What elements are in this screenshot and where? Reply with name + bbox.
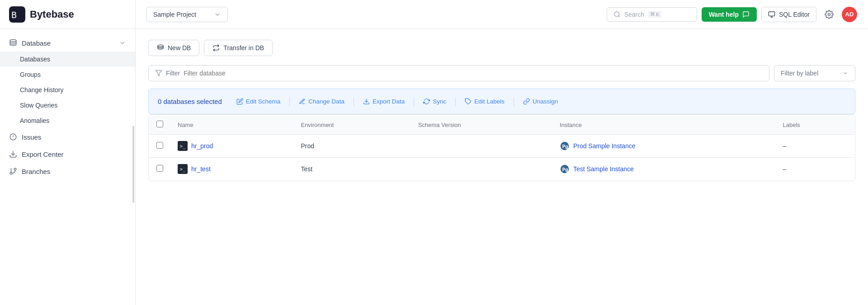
env-test-label: Test bbox=[301, 165, 312, 173]
row-instance-cell: Pg Prod Sample Instance bbox=[552, 135, 776, 158]
sidebar-item-issues[interactable]: Issues bbox=[0, 128, 135, 145]
svg-point-15 bbox=[828, 13, 830, 15]
database-icon bbox=[9, 39, 17, 47]
db-terminal-icon: >_ bbox=[178, 141, 188, 151]
unassign-button[interactable]: Unassign bbox=[518, 95, 563, 108]
sync-label: Sync bbox=[433, 98, 446, 105]
sidebar-item-change-history-label: Change History bbox=[20, 86, 64, 94]
row-checkbox-hr-prod[interactable] bbox=[156, 142, 163, 149]
col-name: Name bbox=[170, 115, 293, 135]
bytebase-logo-icon: B bbox=[9, 6, 25, 23]
chat-icon bbox=[742, 11, 750, 18]
sidebar-item-groups[interactable]: Groups bbox=[0, 67, 135, 82]
instance-label-2[interactable]: Test Sample Instance bbox=[573, 165, 634, 173]
row-env-cell-2: Test bbox=[293, 158, 410, 181]
filter-label-placeholder: Filter by label bbox=[781, 70, 839, 77]
issues-icon bbox=[9, 133, 17, 141]
gear-icon bbox=[825, 10, 834, 19]
svg-point-9 bbox=[10, 172, 12, 174]
sidebar-item-anomalies[interactable]: Anomalies bbox=[0, 113, 135, 128]
sql-editor-button[interactable]: SQL Editor bbox=[761, 7, 816, 22]
user-avatar[interactable]: AD bbox=[842, 7, 857, 22]
instance-hr-prod: Pg Prod Sample Instance bbox=[560, 141, 769, 151]
logo-area: B Bytebase bbox=[0, 0, 135, 29]
table-header-row: Name Environment Schema Version Instance bbox=[149, 115, 855, 135]
logo-text: Bytebase bbox=[30, 9, 74, 20]
svg-text:Pg: Pg bbox=[562, 167, 568, 173]
transfer-icon bbox=[212, 44, 220, 52]
sidebar-item-slow-queries[interactable]: Slow Queries bbox=[0, 98, 135, 113]
filter-icon bbox=[155, 70, 162, 77]
edit-schema-label: Edit Schema bbox=[246, 98, 281, 105]
table-row: >_ hr_prod Prod bbox=[149, 135, 855, 158]
search-box[interactable]: Search ⌘ K bbox=[607, 7, 697, 22]
sidebar-group-database[interactable]: Database bbox=[0, 34, 135, 52]
selection-actions: Edit Schema Change Data bbox=[231, 95, 564, 108]
export-data-label: Export Data bbox=[373, 98, 405, 105]
edit-schema-button[interactable]: Edit Schema bbox=[231, 95, 286, 108]
action-divider-5 bbox=[514, 97, 514, 106]
database-table-wrapper: Name Environment Schema Version Instance bbox=[148, 114, 855, 181]
svg-line-11 bbox=[618, 16, 620, 17]
filter-input-wrapper[interactable]: Filter bbox=[148, 65, 769, 81]
sidebar-item-change-history[interactable]: Change History bbox=[0, 82, 135, 98]
filter-by-label-select[interactable]: Filter by label bbox=[774, 65, 855, 81]
row-schema-cell bbox=[411, 135, 552, 158]
sql-editor-label: SQL Editor bbox=[779, 11, 810, 18]
row-name-cell: >_ hr_prod bbox=[170, 135, 293, 158]
row-labels-cell-2: – bbox=[776, 158, 855, 181]
change-data-button[interactable]: Change Data bbox=[293, 95, 350, 108]
instance-label[interactable]: Prod Sample Instance bbox=[573, 142, 636, 150]
sidebar-item-export-center[interactable]: Export Center bbox=[0, 145, 135, 163]
database-table: Name Environment Schema Version Instance bbox=[149, 115, 855, 181]
col-instance: Instance bbox=[552, 115, 776, 135]
postgres-icon-2: Pg bbox=[560, 164, 570, 174]
sidebar-item-issues-label: Issues bbox=[22, 133, 41, 141]
row-schema-cell-2 bbox=[411, 158, 552, 181]
sidebar-navigation: Database Databases Groups Change History… bbox=[0, 29, 135, 305]
svg-rect-12 bbox=[769, 12, 774, 16]
svg-point-8 bbox=[14, 168, 16, 170]
branches-icon bbox=[9, 167, 17, 175]
action-divider-1 bbox=[289, 97, 290, 106]
scrollbar-thumb[interactable] bbox=[132, 126, 134, 203]
new-db-label: New DB bbox=[168, 44, 191, 52]
db-name-label-2[interactable]: hr_test bbox=[191, 165, 211, 173]
sidebar-item-databases[interactable]: Databases bbox=[0, 52, 135, 67]
want-help-button[interactable]: Want help bbox=[702, 7, 757, 22]
sync-button[interactable]: Sync bbox=[418, 95, 452, 108]
postgres-icon: Pg bbox=[560, 141, 570, 151]
edit-labels-button[interactable]: Edit Labels bbox=[459, 95, 510, 108]
settings-button[interactable] bbox=[821, 6, 837, 23]
project-selector[interactable]: Sample Project bbox=[146, 7, 228, 22]
selection-bar: 0 databases selected Edit Schema bbox=[148, 89, 855, 114]
svg-point-16 bbox=[158, 45, 163, 47]
select-all-checkbox[interactable] bbox=[156, 121, 163, 127]
row-checkbox-hr-test[interactable] bbox=[156, 165, 163, 172]
topbar: Sample Project Search ⌘ K Want help bbox=[136, 0, 868, 29]
sidebar-item-branches-label: Branches bbox=[22, 168, 50, 175]
row-checkbox-cell bbox=[149, 158, 171, 181]
instance-hr-test: Pg Test Sample Instance bbox=[560, 164, 769, 174]
sql-editor-icon bbox=[768, 11, 775, 18]
svg-point-10 bbox=[614, 12, 619, 17]
sync-icon bbox=[423, 98, 430, 105]
db-name-label[interactable]: hr_prod bbox=[191, 142, 213, 150]
export-data-button[interactable]: Export Data bbox=[358, 95, 410, 108]
sidebar-item-branches[interactable]: Branches bbox=[0, 163, 135, 180]
transfer-in-db-button[interactable]: Transfer in DB bbox=[204, 40, 273, 56]
edit-labels-icon bbox=[465, 98, 472, 105]
action-divider-3 bbox=[414, 97, 414, 106]
row-labels-cell: – bbox=[776, 135, 855, 158]
table-row: >_ hr_test Test bbox=[149, 158, 855, 181]
export-center-icon bbox=[9, 150, 17, 158]
sidebar-item-slow-queries-label: Slow Queries bbox=[20, 102, 57, 109]
edit-schema-icon bbox=[236, 98, 243, 105]
row-instance-cell-2: Pg Test Sample Instance bbox=[552, 158, 776, 181]
filter-database-input[interactable] bbox=[184, 70, 763, 77]
project-selector-value: Sample Project bbox=[153, 11, 196, 18]
new-db-button[interactable]: New DB bbox=[148, 40, 199, 56]
row-name-cell: >_ hr_test bbox=[170, 158, 293, 181]
search-icon bbox=[613, 11, 621, 18]
env-prod-label: Prod bbox=[301, 142, 314, 150]
